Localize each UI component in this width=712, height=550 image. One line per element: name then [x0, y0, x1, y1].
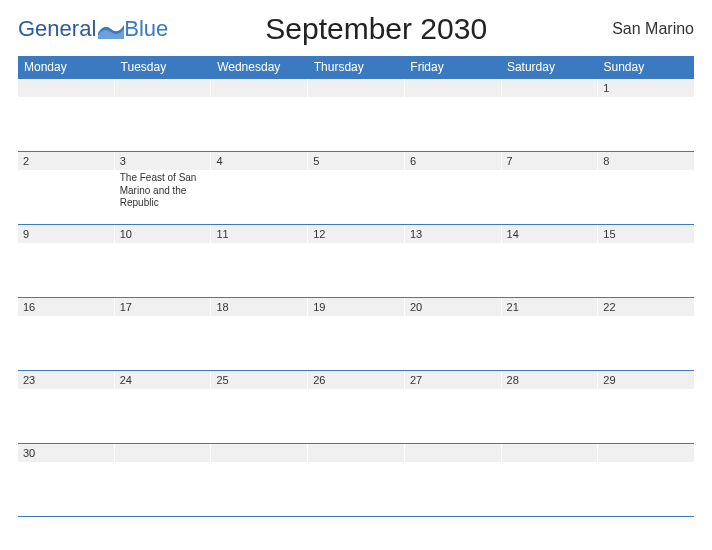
- day-body: [598, 389, 694, 443]
- calendar-cell: 13: [404, 225, 501, 297]
- day-body: [502, 170, 598, 224]
- weekday-label: Friday: [404, 56, 501, 78]
- calendar-cell: 9: [18, 225, 114, 297]
- day-body: [598, 97, 694, 151]
- calendar-cell: 23: [18, 371, 114, 443]
- day-number: 14: [507, 228, 593, 240]
- calendar-cell: [597, 444, 694, 516]
- calendar-cell: 29: [597, 371, 694, 443]
- day-body: [308, 462, 404, 516]
- calendar-cell: [404, 79, 501, 151]
- calendar-cell: 22: [597, 298, 694, 370]
- day-number: 27: [410, 374, 496, 386]
- day-body: [308, 243, 404, 297]
- day-number: 26: [313, 374, 399, 386]
- calendar-cell: 6: [404, 152, 501, 224]
- calendar-cell: 4: [210, 152, 307, 224]
- day-number: 5: [313, 155, 399, 167]
- day-body: [211, 389, 307, 443]
- day-number: 3: [120, 155, 206, 167]
- weekday-header: Monday Tuesday Wednesday Thursday Friday…: [18, 56, 694, 78]
- page-title: September 2030: [168, 12, 584, 46]
- day-body: [115, 316, 211, 370]
- day-body: [115, 97, 211, 151]
- day-number: 19: [313, 301, 399, 313]
- calendar-cell: 24: [114, 371, 211, 443]
- calendar-grid: 123The Feast of San Marino and the Repub…: [18, 78, 694, 517]
- day-body: [211, 170, 307, 224]
- weekday-label: Tuesday: [115, 56, 212, 78]
- calendar-cell: 3The Feast of San Marino and the Republi…: [114, 152, 211, 224]
- day-number: 21: [507, 301, 593, 313]
- day-body: [18, 389, 114, 443]
- calendar-cell: [114, 444, 211, 516]
- wave-icon: [98, 19, 124, 39]
- day-body: [18, 316, 114, 370]
- calendar-cell: 8: [597, 152, 694, 224]
- day-number: 17: [120, 301, 206, 313]
- day-body: [308, 316, 404, 370]
- day-body: [598, 243, 694, 297]
- weekday-label: Thursday: [308, 56, 405, 78]
- calendar-week: 16171819202122: [18, 297, 694, 370]
- day-number: 10: [120, 228, 206, 240]
- event-label: The Feast of San Marino and the Republic: [120, 172, 206, 210]
- calendar-cell: [404, 444, 501, 516]
- calendar-week: 23The Feast of San Marino and the Republ…: [18, 151, 694, 224]
- day-number: 28: [507, 374, 593, 386]
- day-body: [598, 462, 694, 516]
- day-body: [308, 97, 404, 151]
- day-body: [18, 243, 114, 297]
- day-body: [502, 389, 598, 443]
- day-body: [502, 97, 598, 151]
- weekday-label: Monday: [18, 56, 115, 78]
- day-body: [211, 462, 307, 516]
- day-number: 6: [410, 155, 496, 167]
- calendar-cell: 5: [307, 152, 404, 224]
- calendar-week: 30: [18, 443, 694, 517]
- calendar-cell: [114, 79, 211, 151]
- day-number: 18: [216, 301, 302, 313]
- day-body: [502, 243, 598, 297]
- day-body: [502, 462, 598, 516]
- day-number: 16: [23, 301, 109, 313]
- day-number: 29: [603, 374, 689, 386]
- day-body: [308, 389, 404, 443]
- region-label: San Marino: [584, 20, 694, 38]
- day-body: [18, 97, 114, 151]
- calendar-cell: 21: [501, 298, 598, 370]
- calendar-cell: 1: [597, 79, 694, 151]
- day-number: 8: [603, 155, 689, 167]
- day-number: 30: [23, 447, 109, 459]
- brand-logo: General Blue: [18, 16, 168, 42]
- calendar-cell: 19: [307, 298, 404, 370]
- calendar-cell: 2: [18, 152, 114, 224]
- day-body: [115, 389, 211, 443]
- day-body: [598, 316, 694, 370]
- calendar-cell: 16: [18, 298, 114, 370]
- brand-text-2: Blue: [124, 16, 168, 42]
- calendar-cell: [501, 79, 598, 151]
- calendar-cell: [210, 444, 307, 516]
- day-number: 22: [603, 301, 689, 313]
- day-number: 11: [216, 228, 302, 240]
- day-body: [405, 97, 501, 151]
- day-body: [115, 462, 211, 516]
- day-number: 15: [603, 228, 689, 240]
- day-number: 24: [120, 374, 206, 386]
- day-body: [308, 170, 404, 224]
- calendar-cell: 17: [114, 298, 211, 370]
- day-body: [405, 462, 501, 516]
- day-number: 9: [23, 228, 109, 240]
- day-number: 13: [410, 228, 496, 240]
- day-number: 25: [216, 374, 302, 386]
- calendar-cell: [18, 79, 114, 151]
- day-number: 2: [23, 155, 109, 167]
- calendar-cell: 18: [210, 298, 307, 370]
- calendar-cell: 30: [18, 444, 114, 516]
- calendar-week: 9101112131415: [18, 224, 694, 297]
- day-body: [115, 243, 211, 297]
- day-number: 1: [603, 82, 689, 94]
- calendar-cell: 28: [501, 371, 598, 443]
- day-body: [405, 170, 501, 224]
